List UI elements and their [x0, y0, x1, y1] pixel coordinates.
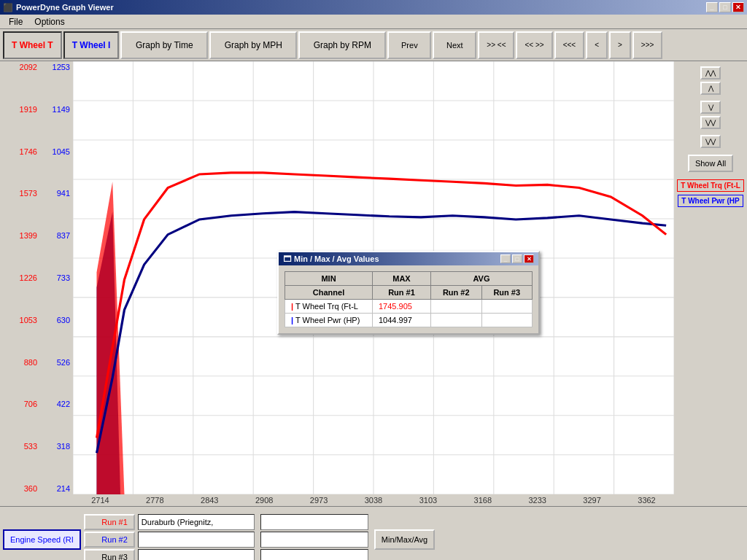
col-run1: Run #1 [373, 286, 431, 300]
y-blue-6: 630 [40, 316, 70, 324]
app-title: PowerDyne Graph Viewer [16, 3, 114, 12]
nav-double-arrow-rl[interactable]: << >> [516, 31, 552, 59]
menu-options[interactable]: Options [28, 15, 70, 28]
y-blue-1: 1149 [40, 105, 70, 114]
menu-bar: File Options [0, 15, 747, 29]
row1-run1-value: 1745.905 [379, 302, 412, 311]
run3-input[interactable] [138, 549, 255, 561]
y-red-7: 880 [0, 358, 37, 367]
run1-input[interactable] [138, 514, 255, 530]
x-label-2: 2843 [182, 496, 237, 505]
graph-by-mph-button[interactable]: Graph by MPH [209, 31, 297, 59]
row1-run2 [431, 300, 482, 314]
y-red-0: 2092 [0, 63, 37, 71]
legend-red: T Wheel Trq (Ft-L [677, 179, 744, 192]
tab-twheel-t[interactable]: T Wheel T [3, 31, 62, 59]
tab-twheel-i[interactable]: T Wheel I [63, 31, 120, 59]
graph-by-rpm-button[interactable]: Graph by RPM [298, 31, 386, 59]
x-axis: 2714 2778 2843 2908 2973 3038 3103 3168 … [0, 494, 674, 506]
dialog-maximize[interactable]: □ [512, 254, 522, 263]
run3-extra-input[interactable] [260, 549, 368, 561]
y-blue-2: 1045 [40, 147, 70, 156]
y-red-5: 1226 [0, 273, 37, 282]
y-red-10: 360 [0, 484, 37, 493]
scroll-down-fast[interactable]: ⋁⋁ [700, 116, 721, 129]
nav-triple-left[interactable]: <<< [554, 31, 585, 59]
y-red-6: 1053 [0, 316, 37, 324]
col-run2: Run #2 [431, 286, 482, 300]
x-label-4: 2973 [292, 496, 347, 505]
run1-extra-input[interactable] [260, 514, 368, 530]
toolbar: T Wheel T T Wheel I Graph by Time Graph … [0, 29, 747, 61]
run2-input[interactable] [138, 532, 255, 548]
dialog-icon: 🗔 [283, 254, 291, 263]
dialog-body: MIN MAX AVG Channel Run #1 Run #2 Run #3 [279, 265, 538, 333]
nav-double-arrow-lr[interactable]: >> << [478, 31, 514, 59]
dialog-title-bar[interactable]: 🗔 Min / Max / Avg Values _ □ ✕ [279, 252, 538, 265]
x-label-10: 3362 [619, 496, 674, 505]
scroll-top-fast[interactable]: ⋀⋀ [700, 66, 721, 79]
dialog-controls[interactable]: _ □ ✕ [500, 254, 534, 263]
row2-channel-label: T Wheel Pwr (HP) [295, 316, 360, 324]
dialog-title-text: Min / Max / Avg Values [294, 254, 379, 263]
title-bar-controls[interactable]: _ □ ✕ [706, 2, 744, 12]
run2-button[interactable]: Run #2 [84, 532, 135, 548]
prev-button[interactable]: Prev [387, 31, 431, 59]
app-icon: ⬛ [3, 3, 13, 12]
show-all-button[interactable]: Show All [688, 155, 733, 172]
minmax-button[interactable]: Min/Max/Avg [374, 529, 435, 550]
minmax-dialog: 🗔 Min / Max / Avg Values _ □ ✕ MIN MAX A… [277, 251, 540, 335]
menu-file[interactable]: File [3, 15, 28, 28]
run3-button[interactable]: Run #3 [84, 549, 135, 561]
max-header: MAX [373, 272, 431, 286]
dialog-minimize[interactable]: _ [500, 254, 511, 263]
x-label-6: 3103 [400, 496, 455, 505]
engine-speed-label: Engine Speed (RI [3, 529, 81, 550]
y-blue-5: 733 [40, 273, 70, 282]
y-blue-3: 941 [40, 189, 70, 198]
bottom-bar: Engine Speed (RI Run #1 Run #2 Run #3 Mi… [0, 506, 747, 560]
dialog-close[interactable]: ✕ [524, 254, 534, 263]
minimize-button[interactable]: _ [706, 2, 718, 12]
y-blue-7: 526 [40, 358, 70, 367]
col-run3: Run #3 [481, 286, 533, 300]
scroll-top[interactable]: ⋀ [700, 82, 721, 95]
x-label-8: 3233 [510, 496, 565, 505]
scroll-right-down[interactable]: ⋁⋁ [700, 135, 721, 148]
row2-run3 [481, 314, 533, 327]
nav-left[interactable]: < [586, 31, 608, 59]
y-blue-9: 318 [40, 442, 70, 451]
y-blue-10: 214 [40, 484, 70, 493]
scroll-down[interactable]: ⋁ [700, 101, 721, 114]
right-panel: ⋀⋀ ⋀ ⋁ ⋁⋁ ⋁⋁ Show All T Wheel Trq (Ft-L … [674, 61, 747, 494]
row2-run1: 1044.997 [373, 314, 431, 327]
scroll-group-right: ⋁⋁ [700, 134, 721, 149]
y-blue-0: 1253 [40, 63, 70, 71]
next-button[interactable]: Next [433, 31, 476, 59]
close-button[interactable]: ✕ [732, 2, 744, 12]
x-label-1: 2778 [128, 496, 182, 505]
x-label-3: 2908 [237, 496, 292, 505]
run2-extra-input[interactable] [260, 532, 368, 548]
scroll-group-top: ⋀⋀ ⋀ [700, 66, 721, 96]
y-axis-blue: 1253 1149 1045 941 837 733 630 526 422 3… [40, 61, 73, 494]
x-label-9: 3297 [565, 496, 619, 505]
graph-by-time-button[interactable]: Graph by Time [120, 31, 208, 59]
x-label-0: 2714 [73, 496, 128, 505]
x-label-5: 3038 [347, 496, 401, 505]
run-extra-inputs [260, 514, 368, 561]
row1-run3 [481, 300, 533, 314]
nav-triple-right[interactable]: >>> [632, 31, 663, 59]
maximize-button[interactable]: □ [719, 2, 731, 12]
nav-right[interactable]: > [609, 31, 631, 59]
run1-button[interactable]: Run #1 [84, 514, 135, 530]
row1-run1: 1745.905 [373, 300, 431, 314]
row1-channel: | T Wheel Trq (Ft-L [285, 300, 373, 314]
y-blue-4: 837 [40, 231, 70, 240]
min-header: MIN [285, 272, 373, 286]
minmax-table: MIN MAX AVG Channel Run #1 Run #2 Run #3 [285, 271, 533, 327]
row1-channel-label: T Wheel Trq (Ft-L [295, 302, 358, 311]
y-axis-red: 2092 1919 1746 1573 1399 1226 1053 880 7… [0, 61, 40, 494]
chart-area: 🗔 Min / Max / Avg Values _ □ ✕ MIN MAX A… [73, 61, 674, 494]
y-red-2: 1746 [0, 147, 37, 156]
